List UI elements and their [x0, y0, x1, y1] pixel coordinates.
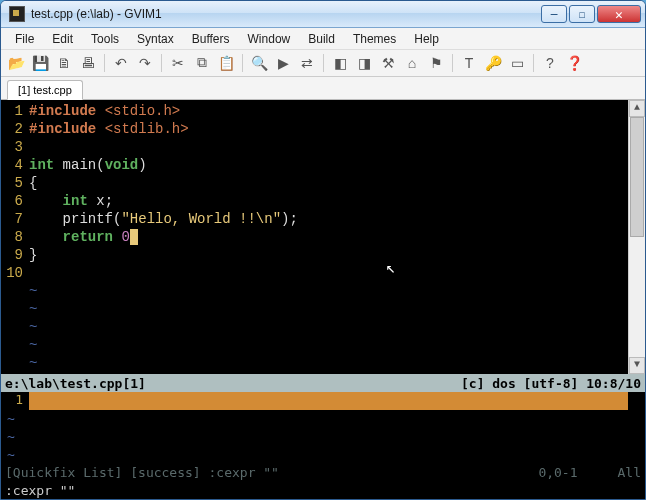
find-icon[interactable]: 🔍 — [248, 52, 270, 74]
session-icon[interactable]: ◧ — [329, 52, 351, 74]
qf-status-left: [Quickfix List] [success] :cexpr "" — [5, 465, 538, 480]
open-icon[interactable]: 📂 — [5, 52, 27, 74]
script-icon[interactable]: ◨ — [353, 52, 375, 74]
qf-status-pos: 0,0-1 — [538, 465, 577, 480]
qf-selected-line[interactable] — [29, 392, 628, 410]
empty-line-marker: ~ — [29, 354, 628, 372]
undo-icon[interactable]: ↶ — [110, 52, 132, 74]
quickfix-window[interactable]: 1 ~~~ — [1, 392, 645, 464]
command-text: :cexpr "" — [5, 483, 75, 498]
tabbar: [1] test.cpp — [1, 77, 645, 100]
toolbar: 📂💾🗎🖶↶↷✂⧉📋🔍▶⇄◧◨⚒⌂⚑T🔑▭?❓ — [1, 50, 645, 77]
search-help-icon[interactable]: ❓ — [563, 52, 585, 74]
close-button[interactable]: ✕ — [597, 5, 641, 23]
qf-status-right: All — [618, 465, 641, 480]
scroll-thumb[interactable] — [630, 117, 644, 237]
app-icon — [9, 6, 25, 22]
empty-line-marker: ~ — [29, 318, 628, 336]
print-icon[interactable]: 🖶 — [77, 52, 99, 74]
empty-line-marker: ~ — [1, 428, 645, 446]
maximize-button[interactable]: ☐ — [569, 5, 595, 23]
code-content[interactable]: #include <stdio.h>#include <stdlib.h>int… — [29, 100, 628, 374]
tool1-icon[interactable]: T — [458, 52, 480, 74]
paste-icon[interactable]: 📋 — [215, 52, 237, 74]
help-icon[interactable]: ? — [539, 52, 561, 74]
replace-icon[interactable]: ⇄ — [296, 52, 318, 74]
command-line[interactable]: :cexpr "" — [1, 482, 645, 500]
tool2-icon[interactable]: 🔑 — [482, 52, 504, 74]
menu-file[interactable]: File — [7, 30, 42, 48]
save-icon[interactable]: 💾 — [29, 52, 51, 74]
empty-line-marker: ~ — [1, 446, 645, 464]
line-number-gutter: 12345678910 — [1, 100, 29, 374]
empty-line-marker: ~ — [29, 300, 628, 318]
editor-area[interactable]: 12345678910 #include <stdio.h>#include <… — [1, 100, 645, 374]
cut-icon[interactable]: ✂ — [167, 52, 189, 74]
quickfix-status-bar: [Quickfix List] [success] :cexpr "" 0,0-… — [1, 464, 645, 482]
tab-file[interactable]: [1] test.cpp — [7, 80, 83, 100]
menu-themes[interactable]: Themes — [345, 30, 404, 48]
copy-icon[interactable]: ⧉ — [191, 52, 213, 74]
shell-icon[interactable]: ⌂ — [401, 52, 423, 74]
menu-edit[interactable]: Edit — [44, 30, 81, 48]
app-window: test.cpp (e:\lab) - GVIM1 ─ ☐ ✕ FileEdit… — [0, 0, 646, 500]
tool3-icon[interactable]: ▭ — [506, 52, 528, 74]
titlebar[interactable]: test.cpp (e:\lab) - GVIM1 ─ ☐ ✕ — [1, 1, 645, 28]
vertical-scrollbar[interactable]: ▲ ▼ — [628, 100, 645, 374]
tags-icon[interactable]: ⚑ — [425, 52, 447, 74]
status-file: e:\lab\test.cpp[1] — [5, 376, 461, 391]
scroll-up-button[interactable]: ▲ — [629, 100, 645, 117]
menu-tools[interactable]: Tools — [83, 30, 127, 48]
empty-line-marker: ~ — [29, 336, 628, 354]
status-bar: e:\lab\test.cpp[1] [c] dos [utf-8] 10:8/… — [1, 374, 645, 392]
empty-line-marker: ~ — [1, 410, 645, 428]
qf-line-number: 1 — [1, 392, 29, 410]
menu-build[interactable]: Build — [300, 30, 343, 48]
menubar: FileEditToolsSyntaxBuffersWindowBuildThe… — [1, 28, 645, 49]
make-icon[interactable]: ⚒ — [377, 52, 399, 74]
saveall-icon[interactable]: 🗎 — [53, 52, 75, 74]
minimize-button[interactable]: ─ — [541, 5, 567, 23]
menu-window[interactable]: Window — [240, 30, 299, 48]
status-info: [c] dos [utf-8] 10:8/10 — [461, 376, 641, 391]
redo-icon[interactable]: ↷ — [134, 52, 156, 74]
empty-line-marker: ~ — [29, 282, 628, 300]
menu-help[interactable]: Help — [406, 30, 447, 48]
findnext-icon[interactable]: ▶ — [272, 52, 294, 74]
scroll-track[interactable] — [629, 117, 645, 357]
window-title: test.cpp (e:\lab) - GVIM1 — [31, 7, 539, 21]
menu-buffers[interactable]: Buffers — [184, 30, 238, 48]
menu-syntax[interactable]: Syntax — [129, 30, 182, 48]
scroll-down-button[interactable]: ▼ — [629, 357, 645, 374]
